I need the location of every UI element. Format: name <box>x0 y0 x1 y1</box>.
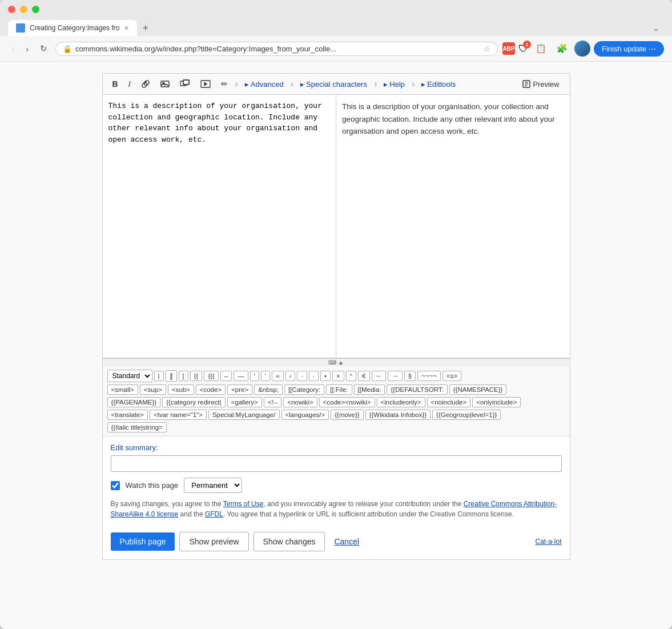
reading-list-icon[interactable]: 📋 <box>532 41 550 56</box>
wiki-btn-sup[interactable]: <sup> <box>140 384 166 395</box>
wiki-btn-wikidata[interactable]: {{Wikidata Infobox}} <box>365 410 430 420</box>
resize-handle[interactable]: ⌨ ▲ <box>103 358 570 366</box>
maximize-button[interactable] <box>32 6 39 13</box>
advanced-link[interactable]: ▸ Advanced <box>242 78 287 90</box>
edit-button[interactable]: ✏ <box>217 77 232 91</box>
wiki-btn-italic-title[interactable]: {{Italic title|string= <box>107 422 167 432</box>
wiki-btn-bullet[interactable]: • <box>320 371 331 381</box>
wiki-btn-includeonly[interactable]: <includeonly> <box>377 397 425 407</box>
wiki-btn-category[interactable]: [[Category: <box>284 384 324 395</box>
wiki-btn-namespace[interactable]: {{NAMESPACE}} <box>449 384 507 395</box>
bookmark-icon[interactable]: ☆ <box>484 45 490 53</box>
tab-dropdown-button[interactable]: ⌄ <box>648 21 664 35</box>
notification-icon[interactable]: 🛡 1 <box>518 43 529 55</box>
wiki-btn-lsquo[interactable]: ' <box>250 371 259 381</box>
gallery-button[interactable] <box>176 77 194 91</box>
nav-icons: ABP 🛡 1 📋 🧩 Finish update ⋯ <box>502 41 664 57</box>
permanent-select[interactable]: Permanent <box>184 478 242 493</box>
link-button[interactable] <box>137 77 154 91</box>
wiki-btn-middot1[interactable]: · <box>297 371 307 381</box>
extensions-icon[interactable]: 🧩 <box>553 41 571 56</box>
finish-update-dots-icon: ⋯ <box>649 45 656 53</box>
editor-preview-panel: This is a description of your organisati… <box>336 95 570 358</box>
wiki-btn-noinclude[interactable]: <noinclude> <box>427 397 471 407</box>
special-chars-link[interactable]: ▸ Special characters <box>297 78 371 90</box>
standard-select[interactable]: Standard <box>107 370 152 382</box>
navigation-bar: ‹ › ↻ 🔒 commons.wikimedia.org/w/index.ph… <box>0 36 672 62</box>
wiki-btn-pagename[interactable]: {{PAGENAME}} <box>107 397 161 407</box>
wiki-btn-small[interactable]: <small> <box>107 384 138 395</box>
wiki-btn-nbsp[interactable]: &nbsp; <box>254 384 283 395</box>
wiki-btn-translate[interactable]: <translate> <box>107 410 148 420</box>
minimize-button[interactable] <box>20 6 27 13</box>
wiki-btn-languages[interactable]: <languages/> <box>281 410 329 420</box>
wiki-btn-pipe[interactable]: | <box>154 371 164 381</box>
wiki-btn-comment[interactable]: <!-- <box>264 397 282 407</box>
wiki-btn-degree[interactable]: ° <box>346 371 357 381</box>
bold-button[interactable]: B <box>108 77 122 91</box>
finish-update-button[interactable]: Finish update ⋯ <box>594 41 664 57</box>
adblock-icon[interactable]: ABP <box>502 42 515 55</box>
publish-button[interactable]: Publish page <box>111 532 175 551</box>
wiki-btn-larr[interactable]: ← <box>372 371 387 381</box>
tab-favicon <box>16 23 25 33</box>
wiki-btn-lsaquo[interactable]: ‹ <box>285 371 296 381</box>
wiki-btn-defaultsort[interactable]: {{DEFAULTSORT: <box>387 384 447 395</box>
user-avatar[interactable] <box>574 41 590 57</box>
wiki-btn-onlyinclude[interactable]: <onlyinclude> <box>472 397 521 407</box>
wiki-btn-sub[interactable]: <sub> <box>168 384 194 395</box>
show-preview-button[interactable]: Show preview <box>179 532 248 551</box>
close-button[interactable] <box>8 6 15 13</box>
wiki-btn-strike[interactable]: <s> <box>442 371 461 381</box>
active-tab[interactable]: Creating Category:Images fro × <box>8 20 137 36</box>
wiki-btn-rsquo[interactable]: ' <box>261 371 270 381</box>
wiki-btn-media[interactable]: [[Media: <box>354 384 385 395</box>
editor-body: This is a description of your organisati… <box>103 95 570 358</box>
wiki-btn-rarr[interactable]: → <box>388 371 403 381</box>
wiki-btn-sect[interactable]: § <box>404 371 416 381</box>
wiki-btn-single-bracket[interactable]: [ <box>179 371 188 381</box>
wiki-btn-triple-curly[interactable]: {{{ <box>204 371 219 381</box>
wiki-btn-file[interactable]: [[:File: <box>326 384 352 395</box>
show-changes-button[interactable]: Show changes <box>253 532 325 551</box>
image-button[interactable] <box>156 77 174 91</box>
wiki-btn-laquo[interactable]: « <box>272 371 283 381</box>
wiki-btn-pre[interactable]: <pre> <box>227 384 252 395</box>
cat-a-lot-link[interactable]: Cat-a-lot <box>535 538 561 546</box>
new-tab-button[interactable]: + <box>139 21 152 35</box>
terms-of-use-link[interactable]: Terms of Use <box>223 500 264 508</box>
wiki-btn-endash[interactable]: – <box>220 371 232 381</box>
wiki-btn-emdash[interactable]: — <box>234 371 248 381</box>
gfdl-link[interactable]: GFDL <box>205 510 223 518</box>
wiki-btn-specialmylang[interactable]: Special:MyLanguage/ <box>208 410 280 420</box>
help-link[interactable]: ▸ Help <box>380 78 408 90</box>
preview-button[interactable]: Preview <box>518 78 564 91</box>
watch-checkbox[interactable] <box>111 481 120 490</box>
cancel-button[interactable]: Cancel <box>329 532 364 551</box>
edittools-link[interactable]: ▸ Edittools <box>418 78 459 90</box>
wiki-btn-catredirect[interactable]: {{category redirect| <box>162 397 225 407</box>
edit-summary-input[interactable] <box>111 455 562 472</box>
edit-summary-label[interactable]: Edit summary: <box>111 443 562 452</box>
wiki-btn-sig[interactable]: ~~~~ <box>417 371 441 381</box>
wiki-btn-middot2[interactable]: · <box>309 371 319 381</box>
wiki-btn-geogroup[interactable]: {{Geogroup|level=1}} <box>432 410 501 420</box>
refresh-button[interactable]: ↻ <box>37 41 51 56</box>
wiki-btn-move[interactable]: {{move}} <box>331 410 363 420</box>
wiki-btn-euro[interactable]: € <box>358 371 369 381</box>
editor-textarea[interactable]: This is a description of your organisati… <box>103 95 337 358</box>
address-bar[interactable]: 🔒 commons.wikimedia.org/w/index.php?titl… <box>55 42 498 56</box>
wiki-btn-double-pipe[interactable]: ‖ <box>166 370 177 382</box>
wiki-btn-tvar[interactable]: <tvar name="1"> <box>150 410 207 420</box>
wiki-btn-double-curly[interactable]: {{ <box>190 371 203 381</box>
wiki-btn-code[interactable]: <code> <box>196 384 226 395</box>
wiki-btn-times[interactable]: × <box>332 371 344 381</box>
wiki-btn-codenowiki[interactable]: <code><nowiki> <box>319 397 375 407</box>
forward-button[interactable]: › <box>22 42 32 56</box>
tab-close-button[interactable]: × <box>124 24 128 32</box>
wiki-btn-nowiki[interactable]: <nowiki> <box>283 397 317 407</box>
italic-button[interactable]: I <box>124 77 135 91</box>
media-button[interactable] <box>196 77 215 91</box>
back-button[interactable]: ‹ <box>8 42 18 56</box>
wiki-btn-gallery[interactable]: <gallery> <box>227 397 262 407</box>
